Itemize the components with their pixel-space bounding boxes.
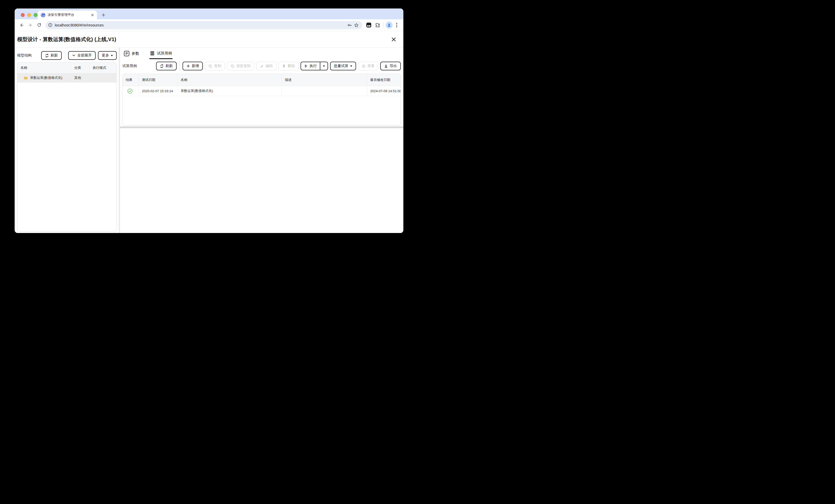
batch-run-label: 批量试算 [334, 64, 348, 68]
col-name: 名称 [18, 62, 71, 73]
forward-button[interactable] [26, 21, 34, 29]
profile-avatar[interactable] [386, 22, 392, 28]
refresh-tree-button[interactable]: 刷新 [41, 51, 62, 60]
last-modified-cell: 2024-07-09 14:51:08 [367, 86, 401, 96]
browser-tabstrip: 决策引擎管理平台 [15, 8, 403, 19]
reload-button[interactable] [35, 21, 43, 29]
model-structure-header: 模型结构 刷新 全部展开 更多 [17, 51, 117, 60]
zoom-window-button[interactable] [34, 13, 38, 17]
section-title: 试算用例 [122, 64, 137, 68]
caret-down-icon [323, 65, 325, 67]
browser-menu-kebab-icon[interactable] [393, 23, 400, 27]
execute-split-button: 执行 [301, 62, 328, 70]
model-structure-table: 名称 分类 执行模式 算数运算(数值格式化) 其他 [17, 62, 117, 231]
detail-tabs: P 参数 试算用例 [123, 49, 172, 60]
caret-down-icon [350, 65, 352, 67]
refresh-cases-label: 刷新 [166, 64, 173, 68]
col-result: 结果 [123, 74, 139, 86]
execute-button[interactable]: 执行 [301, 62, 320, 70]
tab-parameters-label: 参数 [131, 51, 139, 56]
view-case-label: 查看 [367, 64, 374, 68]
extension-shortcut-icon[interactable] [365, 21, 372, 29]
button-divider [65, 51, 65, 60]
screen: 决策引擎管理平台 loc [0, 0, 418, 252]
refresh-cases-button[interactable]: 刷新 [156, 62, 177, 70]
receipt-list-icon [150, 51, 155, 56]
deep-copy-case-label: 深度复制 [236, 64, 251, 68]
tree-node-category: 其他 [71, 74, 90, 82]
tab-parameters[interactable]: P 参数 [123, 49, 140, 60]
password-key-icon[interactable] [346, 22, 353, 28]
model-structure-pane: 模型结构 刷新 全部展开 更多 [15, 48, 119, 233]
tab-close-icon[interactable] [90, 13, 94, 17]
page-header: 模型设计 - 算数运算(数值格式化) (上线,V1) [15, 31, 403, 48]
copy-case-label: 复制 [214, 64, 221, 68]
tab-title: 决策引擎管理平台 [47, 13, 90, 17]
web-page: 模型设计 - 算数运算(数值格式化) (上线,V1) 模型结构 刷新 [15, 31, 403, 233]
browser-toolbar: localhost:8080/#/re/resources [15, 19, 403, 31]
folder-icon [24, 76, 28, 80]
test-case-table: 结果 测试日期 名称 描述 最后修改日期 [122, 74, 401, 125]
delete-case-button[interactable]: 删除 [279, 62, 299, 70]
export-label: 导出 [390, 64, 397, 68]
page-close-button[interactable] [390, 36, 397, 43]
description-cell [282, 86, 367, 96]
col-last-modified: 最后修改日期 [367, 74, 401, 86]
deep-copy-case-button[interactable]: 深度复制 [227, 62, 254, 70]
batch-run-button[interactable]: 批量试算 [330, 62, 356, 70]
refresh-tree-label: 刷新 [50, 53, 58, 58]
expand-all-button[interactable]: 全部展开 [68, 51, 96, 60]
new-tab-button[interactable] [100, 12, 107, 18]
col-exec-mode: 执行模式 [90, 62, 117, 73]
tree-node-name: 算数运算(数值格式化) [30, 76, 62, 80]
add-case-label: 新增 [192, 64, 199, 68]
case-table-header: 结果 测试日期 名称 描述 最后修改日期 [123, 74, 401, 86]
view-case-button[interactable]: 查看 [358, 62, 378, 70]
model-structure-title: 模型结构 [17, 53, 32, 58]
traffic-lights [21, 13, 38, 17]
copy-case-button[interactable]: 复制 [205, 62, 225, 70]
caret-down-icon [111, 55, 113, 56]
browser-tab[interactable]: 决策引擎管理平台 [38, 10, 97, 19]
execute-dropdown-button[interactable] [320, 62, 327, 70]
export-button[interactable]: 导出 [380, 62, 401, 70]
tab-test-cases-label: 试算用例 [157, 51, 172, 56]
col-description: 描述 [282, 74, 367, 86]
back-button[interactable] [18, 21, 25, 29]
tab-test-cases[interactable]: 试算用例 [149, 49, 172, 59]
success-check-icon [127, 88, 133, 94]
close-window-button[interactable] [21, 13, 25, 17]
parameter-p-icon: P [124, 51, 129, 56]
extensions-puzzle-icon[interactable] [373, 21, 381, 29]
content-area: 模型结构 刷新 全部展开 更多 [15, 48, 403, 233]
detail-pane: P 参数 试算用例 试算用例 [120, 48, 403, 233]
address-bar[interactable]: localhost:8080/#/re/resources [45, 21, 362, 29]
url-text[interactable]: localhost:8080/#/re/resources [55, 23, 346, 27]
result-cell [123, 86, 139, 96]
toolbar-divider [383, 23, 384, 27]
site-favicon-icon [41, 13, 45, 17]
more-button[interactable]: 更多 [98, 51, 117, 60]
test-case-toolbar: 试算用例 刷新 新增 复制 [122, 61, 401, 71]
add-case-button[interactable]: 新增 [183, 62, 203, 70]
tree-node-exec-mode [90, 74, 117, 82]
bookmark-star-icon[interactable] [353, 22, 360, 28]
case-name-cell: 算数运算(数值格式化) [178, 86, 282, 96]
edit-case-button[interactable]: 编辑 [256, 62, 277, 70]
case-table-row[interactable]: 2020-02-07 15:33:14 算数运算(数值格式化) 2024-07-… [123, 86, 401, 96]
tree-table-row[interactable]: 算数运算(数值格式化) 其他 [18, 74, 117, 82]
col-case-name: 名称 [178, 74, 282, 86]
expand-all-label: 全部展开 [77, 53, 92, 58]
col-test-date: 测试日期 [139, 74, 178, 86]
tree-table-header: 名称 分类 执行模式 [18, 62, 117, 74]
edit-case-label: 编辑 [266, 64, 273, 68]
browser-window: 决策引擎管理平台 loc [15, 8, 403, 233]
page-title: 模型设计 - 算数运算(数值格式化) (上线,V1) [17, 36, 116, 43]
site-info-icon[interactable] [47, 22, 53, 28]
horizontal-scrollbar[interactable] [120, 126, 403, 128]
minimize-window-button[interactable] [27, 13, 31, 17]
col-category: 分类 [71, 62, 90, 73]
delete-case-label: 删除 [288, 64, 295, 68]
execute-label: 执行 [309, 64, 317, 68]
more-label: 更多 [102, 53, 109, 58]
